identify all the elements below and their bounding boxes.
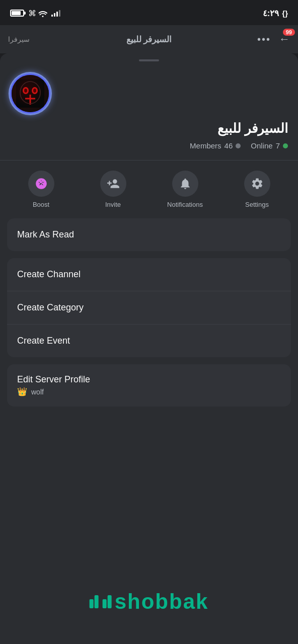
server-avatar-inner [12,75,49,112]
create-channel-item[interactable]: Create Channel [7,258,291,291]
settings-icon-container [244,171,270,197]
notifications-icon [179,177,192,190]
top-nav: سيرفرا السيرفر للبيع ••• ← 99 [0,25,298,53]
action-buttons: Boost Invite Notifications [0,160,298,218]
nav-actions: ••• ← 99 [257,33,290,46]
status-right: {} ٤:٢٩ [263,8,288,19]
invite-button[interactable]: Invite [93,171,133,208]
invite-icon-container [100,171,126,197]
boost-icon-container [28,171,54,197]
notifications-icon-container [172,171,198,197]
drag-handle-bar [139,59,159,61]
create-channel-label: Create Channel [17,269,81,280]
boost-label: Boost [33,201,49,208]
edit-server-profile-item[interactable]: Edit Server Profile 👑 wolf [7,364,291,407]
notifications-button[interactable]: Notifications [165,171,205,208]
online-count: 7 [276,141,280,150]
gear-icon [251,177,264,190]
mark-as-read-item[interactable]: Mark As Read [7,218,291,251]
members-stat: 46 Members [190,141,241,150]
online-label: Online [251,141,272,150]
server-header: السيرفر للبيع 7 Online 46 Members [0,65,298,160]
create-category-item[interactable]: Create Category [7,291,291,325]
notifications-label: Notifications [167,201,203,208]
settings-button[interactable]: Settings [237,171,277,208]
menu-section-2: Create Channel Create Category Create Ev… [7,258,291,357]
create-event-label: Create Event [17,336,70,346]
online-stat: 7 Online [251,141,288,150]
boost-button[interactable]: Boost [21,171,61,208]
members-dot [236,143,241,148]
svg-point-3 [24,89,27,93]
create-category-label: Create Category [17,302,84,313]
user-info: 👑 wolf [17,387,281,396]
edit-server-profile-label: Edit Server Profile [17,374,90,384]
status-bar: ⌘ {} ٤:٢٩ [0,0,298,25]
svg-point-4 [33,89,36,93]
username-label: wolf [31,388,44,396]
nav-side-label: سيرفرا [8,35,30,43]
notification-badge: 99 [283,29,295,36]
crown-icon: 👑 [17,387,27,396]
server-stats: 7 Online 46 Members [10,141,288,150]
menu-section-1: Mark As Read [7,218,291,251]
create-event-item[interactable]: Create Event [7,325,291,357]
members-label: Members [190,141,221,150]
drag-handle[interactable] [0,53,298,65]
status-time: ٤:٢٩ [263,8,279,19]
invite-icon [107,177,120,190]
mark-as-read-label: Mark As Read [17,229,74,240]
settings-label: Settings [245,201,269,208]
menu-section-3: Edit Server Profile 👑 wolf [7,364,291,407]
online-dot [283,143,288,148]
server-avatar [10,73,50,114]
back-button-container: ← 99 [279,33,290,46]
members-count: 46 [225,141,233,150]
bottom-panel: السيرفر للبيع 7 Online 46 Members [0,53,298,644]
server-name: السيرفر للبيع [10,121,288,136]
more-options-button[interactable]: ••• [257,34,271,45]
wifi-icon: ⌘ [28,9,47,18]
signal-bars [51,10,60,17]
status-left: ⌘ [10,9,60,18]
nav-title: السيرفر للبيع [126,34,172,45]
boost-icon [35,177,48,190]
invite-label: Invite [105,201,121,208]
battery-icon [10,10,24,17]
curly-brace-icon: {} [282,9,288,18]
